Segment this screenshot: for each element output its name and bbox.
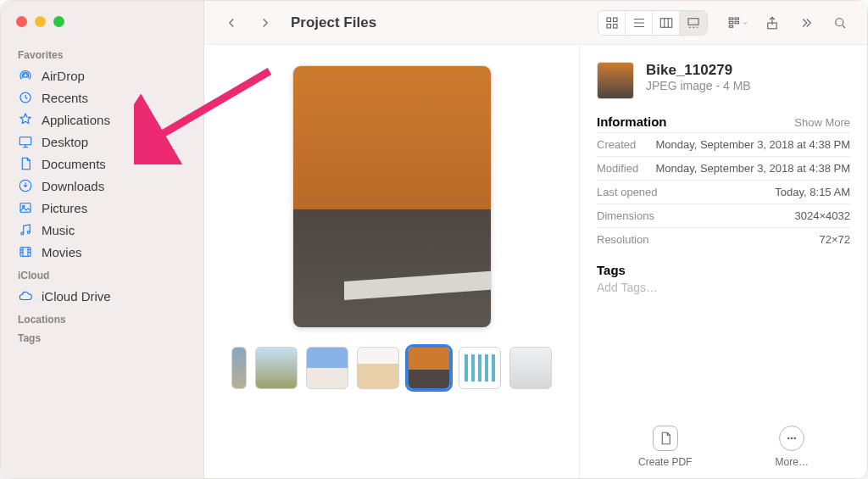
window-controls <box>13 13 195 42</box>
desktop-icon <box>18 134 33 149</box>
tags-header: Tags <box>597 263 850 277</box>
svg-rect-14 <box>688 18 698 25</box>
svg-rect-9 <box>607 18 611 22</box>
airdrop-icon <box>18 68 33 83</box>
sidebar-item-music[interactable]: Music <box>13 219 195 241</box>
details-panel: Bike_110279 JPEG image - 4 MB Informatio… <box>579 45 867 478</box>
favorites-label: Favorites <box>18 49 195 61</box>
sidebar-item-recents[interactable]: Recents <box>13 86 195 109</box>
document-icon <box>18 156 33 171</box>
sidebar-item-label: Movies <box>42 245 82 259</box>
sidebar-item-label: Downloads <box>42 179 104 193</box>
icloud-icon <box>18 288 33 304</box>
sidebar-item-downloads[interactable]: Downloads <box>13 175 195 197</box>
sidebar-item-icloud-drive[interactable]: iCloud Drive <box>13 285 195 307</box>
pictures-icon <box>18 200 33 215</box>
preview-column <box>204 45 579 478</box>
svg-point-22 <box>788 437 790 439</box>
tags-input[interactable]: Add Tags… <box>597 281 850 294</box>
svg-point-24 <box>794 437 796 439</box>
column-view-button[interactable] <box>653 11 680 35</box>
locations-label: Locations <box>18 314 195 326</box>
svg-rect-10 <box>613 18 617 22</box>
sidebar-item-label: Applications <box>42 113 110 127</box>
minimize-button[interactable] <box>35 16 46 27</box>
apps-icon <box>18 112 33 127</box>
info-row-modified: ModifiedMonday, September 3, 2018 at 4:3… <box>597 156 850 180</box>
sidebar: Favorites AirDrop Recents Applications D… <box>1 1 204 478</box>
group-button[interactable] <box>725 11 752 35</box>
svg-rect-16 <box>729 21 733 23</box>
info-row-last-opened: Last openedToday, 8:15 AM <box>597 180 850 203</box>
info-row-dimensions: Dimensions3024×4032 <box>597 203 850 227</box>
sidebar-item-label: Desktop <box>42 135 88 149</box>
thumbnail-item[interactable] <box>231 347 247 389</box>
search-button[interactable] <box>826 11 854 35</box>
svg-point-23 <box>791 437 793 439</box>
quick-actions: Create PDF More… <box>597 410 850 468</box>
file-header: Bike_110279 JPEG image - 4 MB <box>597 62 850 99</box>
sidebar-item-airdrop[interactable]: AirDrop <box>13 64 195 86</box>
view-group <box>598 10 708 36</box>
sidebar-item-movies[interactable]: Movies <box>13 241 195 263</box>
forward-button[interactable] <box>252 11 279 35</box>
ellipsis-icon <box>779 426 804 451</box>
svg-rect-2 <box>19 137 31 145</box>
close-button[interactable] <box>16 16 27 27</box>
svg-point-21 <box>836 18 843 25</box>
sidebar-item-applications[interactable]: Applications <box>13 109 195 131</box>
thumbnail-item-selected[interactable] <box>408 347 450 389</box>
thumbnail-strip <box>231 347 552 389</box>
create-pdf-action[interactable]: Create PDF <box>638 426 692 468</box>
show-more-link[interactable]: Show More <box>794 116 850 129</box>
svg-rect-18 <box>735 18 739 19</box>
finder-window: Favorites AirDrop Recents Applications D… <box>0 0 868 479</box>
download-icon <box>18 178 33 193</box>
info-row-resolution: Resolution72×72 <box>597 227 850 251</box>
sidebar-item-documents[interactable]: Documents <box>13 153 195 175</box>
info-row-created: CreatedMonday, September 3, 2018 at 4:38… <box>597 132 850 156</box>
more-buttons-overflow[interactable] <box>793 11 820 35</box>
maximize-button[interactable] <box>53 16 64 27</box>
thumbnail-item[interactable] <box>459 347 501 389</box>
thumbnail-item[interactable] <box>255 347 298 389</box>
info-header: Information Show More <box>597 114 850 129</box>
sidebar-item-label: Pictures <box>42 201 87 215</box>
share-button[interactable] <box>759 11 786 35</box>
toolbar: Project Files <box>204 1 867 45</box>
svg-rect-15 <box>729 18 733 19</box>
sidebar-item-desktop[interactable]: Desktop <box>13 131 195 153</box>
file-preview[interactable] <box>292 65 492 328</box>
list-view-button[interactable] <box>626 11 653 35</box>
back-button[interactable] <box>218 11 245 35</box>
svg-rect-4 <box>20 203 31 213</box>
file-mini-thumbnail <box>597 62 634 99</box>
sidebar-item-label: AirDrop <box>42 69 85 83</box>
file-type-size: JPEG image - 4 MB <box>646 79 751 92</box>
window-title: Project Files <box>291 14 376 31</box>
svg-rect-13 <box>660 18 672 27</box>
svg-rect-11 <box>607 24 611 28</box>
tags-label: Tags <box>18 332 195 344</box>
file-icon <box>653 426 678 451</box>
music-icon <box>18 222 33 237</box>
sidebar-item-label: Recents <box>42 91 88 105</box>
thumbnail-item[interactable] <box>509 347 552 389</box>
gallery-view-button[interactable] <box>680 11 707 35</box>
sidebar-item-pictures[interactable]: Pictures <box>13 197 195 219</box>
sidebar-item-label: Documents <box>42 157 106 171</box>
info-title: Information <box>597 114 667 129</box>
main-panel: Project Files <box>204 1 867 478</box>
icloud-label: iCloud <box>18 270 195 281</box>
svg-rect-12 <box>613 24 617 28</box>
svg-rect-17 <box>729 25 733 27</box>
svg-rect-8 <box>20 248 31 257</box>
icon-view-button[interactable] <box>598 11 626 35</box>
thumbnail-item[interactable] <box>306 347 348 389</box>
svg-point-6 <box>21 232 24 235</box>
more-action[interactable]: More… <box>776 426 809 468</box>
content-area: Bike_110279 JPEG image - 4 MB Informatio… <box>204 45 867 478</box>
svg-point-0 <box>24 74 28 78</box>
thumbnail-item[interactable] <box>357 347 399 389</box>
file-name: Bike_110279 <box>646 62 751 79</box>
